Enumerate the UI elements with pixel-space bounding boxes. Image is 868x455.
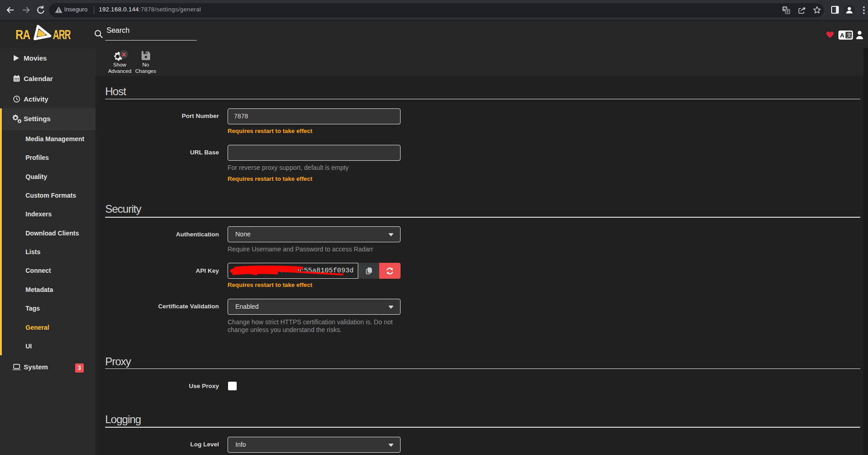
svg-text:A: A: [840, 32, 845, 39]
svg-text:RA: RA: [15, 27, 30, 42]
svg-text:文: 文: [847, 32, 852, 38]
svg-text:ARR: ARR: [53, 27, 71, 42]
